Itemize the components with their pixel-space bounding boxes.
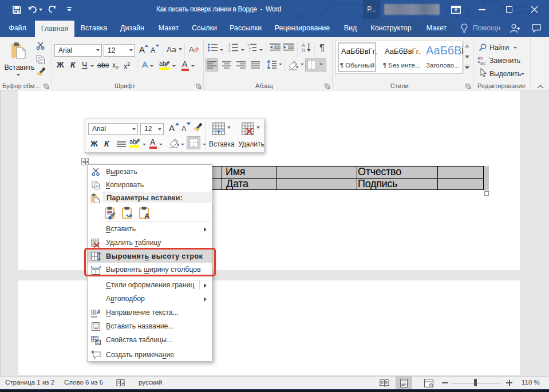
svg-text:А: А	[189, 45, 194, 54]
svg-text:А: А	[97, 309, 100, 315]
svg-text:c: c	[483, 61, 485, 65]
svg-text:i: i	[249, 49, 250, 52]
svg-text:3: 3	[228, 49, 230, 52]
svg-text:Я: Я	[302, 47, 305, 53]
svg-text:A: A	[144, 212, 150, 220]
